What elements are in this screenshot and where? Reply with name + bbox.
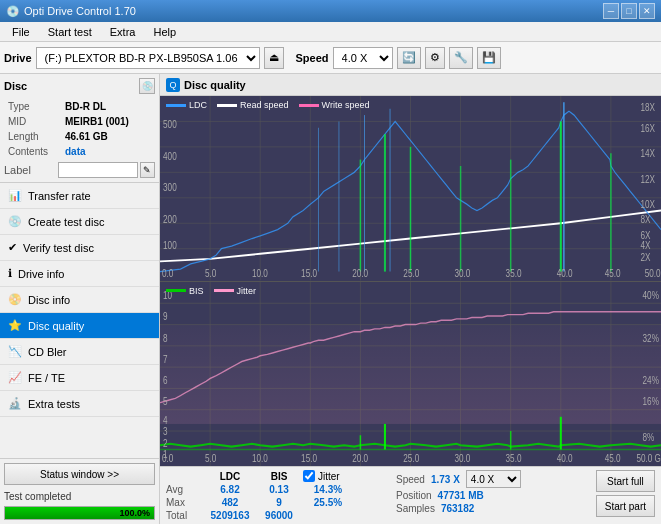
svg-text:30.0: 30.0 [454, 451, 470, 464]
svg-text:5: 5 [163, 395, 168, 408]
svg-text:25.0: 25.0 [403, 451, 419, 464]
eject-button[interactable]: ⏏ [264, 47, 284, 69]
disc-length-label: Length [6, 130, 61, 143]
svg-text:16X: 16X [641, 123, 656, 134]
total-ldc: 5209163 [205, 510, 255, 521]
svg-text:12X: 12X [641, 174, 656, 185]
svg-text:50.0 GB: 50.0 GB [636, 451, 661, 464]
save-button[interactable]: 💾 [477, 47, 501, 69]
disc-contents-value[interactable]: data [65, 146, 86, 157]
verify-test-label: Verify test disc [23, 242, 94, 254]
jitter-col-header: Jitter [318, 471, 340, 482]
svg-text:500: 500 [163, 119, 177, 130]
disc-mid-label: MID [6, 115, 61, 128]
speed-setting-dropdown[interactable]: 4.0 X [466, 470, 521, 488]
chart-title-text: Disc quality [184, 79, 246, 91]
status-text: Test completed [4, 489, 155, 504]
status-window-button[interactable]: Status window >> [4, 463, 155, 485]
nav-verify-test[interactable]: ✔ Verify test disc [0, 235, 159, 261]
speed-label: Speed [296, 52, 329, 64]
disc-section: Disc 💿 Type BD-R DL MID MEIRB1 (001) Len… [0, 74, 159, 183]
drive-dropdown[interactable]: (F:) PLEXTOR BD-R PX-LB950SA 1.06 [36, 47, 260, 69]
start-full-button[interactable]: Start full [596, 470, 655, 492]
drive-info-icon: ℹ [8, 267, 12, 280]
svg-text:30.0: 30.0 [454, 268, 470, 279]
svg-text:20.0: 20.0 [352, 268, 368, 279]
jitter-checkbox-row: Jitter [303, 470, 340, 482]
svg-text:8: 8 [163, 331, 168, 344]
nav-fe-te[interactable]: 📈 FE / TE [0, 365, 159, 391]
nav-disc-info[interactable]: 📀 Disc info [0, 287, 159, 313]
svg-text:10.0: 10.0 [252, 451, 268, 464]
svg-text:45.0: 45.0 [605, 451, 621, 464]
disc-contents-row: Contents data [6, 145, 153, 158]
svg-text:25.0: 25.0 [403, 268, 419, 279]
read-speed-legend-label: Read speed [240, 100, 289, 110]
menu-help[interactable]: Help [145, 24, 184, 40]
svg-text:40.0: 40.0 [557, 268, 573, 279]
menu-start-test[interactable]: Start test [40, 24, 100, 40]
disc-label-input[interactable] [58, 162, 138, 178]
disc-quality-icon: ⭐ [8, 319, 22, 332]
svg-text:18X: 18X [641, 102, 656, 113]
extra-tests-label: Extra tests [28, 398, 80, 410]
max-bis: 9 [259, 497, 299, 508]
start-part-button[interactable]: Start part [596, 495, 655, 517]
total-label: Total [166, 510, 201, 521]
bis-legend-label: BIS [189, 286, 204, 296]
disc-length-value: 46.61 GB [63, 130, 153, 143]
svg-text:5.0: 5.0 [205, 451, 217, 464]
disc-label-row: Label ✎ [4, 162, 155, 178]
transfer-rate-label: Transfer rate [28, 190, 91, 202]
svg-text:7: 7 [163, 352, 168, 365]
nav-drive-info[interactable]: ℹ Drive info [0, 261, 159, 287]
disc-info-table: Type BD-R DL MID MEIRB1 (001) Length 46.… [4, 98, 155, 160]
svg-text:40%: 40% [643, 288, 660, 301]
disc-header: Disc 💿 [4, 78, 155, 94]
main-layout: Disc 💿 Type BD-R DL MID MEIRB1 (001) Len… [0, 74, 661, 524]
svg-text:200: 200 [163, 214, 177, 225]
ldc-legend-label: LDC [189, 100, 207, 110]
transfer-rate-icon: 📊 [8, 189, 22, 202]
nav-extra-tests[interactable]: 🔬 Extra tests [0, 391, 159, 417]
nav-disc-quality[interactable]: ⭐ Disc quality [0, 313, 159, 339]
total-bis: 96000 [259, 510, 299, 521]
minimize-button[interactable]: ─ [603, 3, 619, 19]
read-speed-legend: Read speed [217, 100, 289, 110]
avg-ldc: 6.82 [205, 484, 255, 495]
svg-text:45.0: 45.0 [605, 268, 621, 279]
jitter-legend-label: Jitter [237, 286, 257, 296]
menu-file[interactable]: File [4, 24, 38, 40]
speed-stat-label: Speed [396, 474, 425, 485]
svg-text:0.0: 0.0 [162, 268, 173, 279]
settings-button1[interactable]: ⚙ [425, 47, 445, 69]
svg-text:20.0: 20.0 [352, 451, 368, 464]
create-test-label: Create test disc [28, 216, 104, 228]
svg-text:35.0: 35.0 [506, 451, 522, 464]
nav-transfer-rate[interactable]: 📊 Transfer rate [0, 183, 159, 209]
close-button[interactable]: ✕ [639, 3, 655, 19]
disc-type-value: BD-R DL [63, 100, 153, 113]
jitter-checkbox[interactable] [303, 470, 315, 482]
disc-icon-button[interactable]: 💿 [139, 78, 155, 94]
svg-text:35.0: 35.0 [506, 268, 522, 279]
nav-create-test[interactable]: 💿 Create test disc [0, 209, 159, 235]
svg-text:50.0 GB: 50.0 GB [645, 268, 661, 279]
title-bar: 💿 Opti Drive Control 1.70 ─ □ ✕ [0, 0, 661, 22]
refresh-button[interactable]: 🔄 [397, 47, 421, 69]
disc-label-icon[interactable]: ✎ [140, 162, 155, 178]
maximize-button[interactable]: □ [621, 3, 637, 19]
menu-extra[interactable]: Extra [102, 24, 144, 40]
svg-text:4X: 4X [641, 240, 651, 251]
svg-text:8%: 8% [643, 430, 655, 443]
right-panel: Q Disc quality LDC Read speed [160, 74, 661, 524]
max-label: Max [166, 497, 201, 508]
settings-button2[interactable]: 🔧 [449, 47, 473, 69]
svg-text:16%: 16% [643, 395, 660, 408]
extra-tests-icon: 🔬 [8, 397, 22, 410]
disc-header-label: Disc [4, 80, 27, 92]
svg-text:40.0: 40.0 [557, 451, 573, 464]
nav-cd-bler[interactable]: 📉 CD Bler [0, 339, 159, 365]
avg-jitter: 14.3% [303, 484, 353, 495]
speed-dropdown[interactable]: 4.0 X [333, 47, 393, 69]
